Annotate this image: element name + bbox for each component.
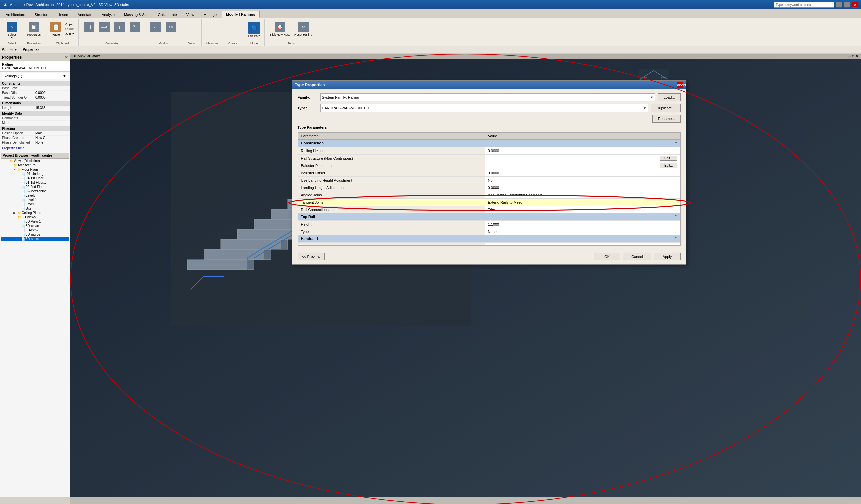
tree-item-3dstairs[interactable]: 📄 3D-stairs xyxy=(1,237,69,241)
tree-item-mezzanine[interactable]: 📄 02-Mezzanine xyxy=(1,189,69,193)
ok-button[interactable]: OK xyxy=(593,253,620,260)
ribbon-tabs: Architecture Structure Insert Annotate A… xyxy=(0,9,861,18)
tab-analyze[interactable]: Analyze xyxy=(97,11,119,18)
value-rail-connections[interactable]: Trim xyxy=(485,206,680,213)
title-bar-text: Autodesk Revit Architecture 2014 - youth… xyxy=(10,3,129,7)
tree-item-2ndfloor[interactable]: 📄 02-2nd Floo... xyxy=(1,185,69,189)
tab-view[interactable]: View xyxy=(182,11,199,18)
select-button[interactable]: ↖ Select ▼ xyxy=(5,21,19,40)
prop-design-option: Design Option Main xyxy=(0,131,70,136)
handrail1-header: Handrail 1 ⌃ xyxy=(298,235,680,243)
rail-structure-edit-button[interactable]: Edit... xyxy=(660,155,678,161)
duplicate-button[interactable]: Duplicate... xyxy=(651,104,681,112)
ribbon-group-tools: 🎯 Pick New Host ↩ Reset Railing Tools xyxy=(265,19,317,46)
properties-icon: 📋 xyxy=(29,22,39,32)
tab-insert[interactable]: Insert xyxy=(55,11,72,18)
title-bar-right: − □ ✕ xyxy=(774,2,858,8)
tab-annotate[interactable]: Annotate xyxy=(73,11,97,18)
paste-button[interactable]: 📋 Paste xyxy=(49,21,63,38)
value-angled-joins[interactable]: Add Vertical/Horizontal Segments xyxy=(485,191,680,199)
tree-item-level4[interactable]: 📄 Level 4 xyxy=(1,197,69,202)
trim-button[interactable]: ⌐ xyxy=(149,21,163,34)
tree-item-3dview1[interactable]: 📄 3D View 1 xyxy=(1,219,69,224)
identity-data-section: Identity Data xyxy=(0,111,70,116)
tree-item-level5[interactable]: 📄 Level 5 xyxy=(1,202,69,206)
close-button[interactable]: ✕ xyxy=(852,2,858,8)
baluster-placement-edit-button[interactable]: Edit... xyxy=(660,163,678,168)
value-landing-height[interactable]: 0.0000 xyxy=(485,184,680,191)
split-button[interactable]: ✂ xyxy=(164,21,178,34)
properties-group-buttons: 📋 Properties xyxy=(25,19,42,39)
params-table: Parameter Value Construction ⌃ xyxy=(298,133,681,246)
cancel-button[interactable]: Cancel xyxy=(623,253,651,260)
tree-item-architectural[interactable]: − 📁 Architectural xyxy=(1,163,69,167)
tree-item-3dmuros[interactable]: 📄 3D-muros xyxy=(1,232,69,237)
tools-group-label: Tools xyxy=(288,42,295,46)
maximize-button[interactable]: □ xyxy=(844,2,850,8)
tab-modify-railings[interactable]: Modify | Railings xyxy=(222,11,259,18)
construction-collapse-icon[interactable]: ⌃ xyxy=(674,141,678,146)
tree-item-b1[interactable]: 📄 -01-Under g... xyxy=(1,172,69,176)
family-select[interactable]: System Family: Railing ▼ xyxy=(320,93,655,101)
search-input[interactable] xyxy=(774,2,834,8)
load-button[interactable]: Load... xyxy=(658,93,681,101)
select-group-label: Select xyxy=(8,42,16,46)
rotate-button[interactable]: ↻ xyxy=(128,21,142,34)
edit-path-button[interactable]: 🔵 Edit Path xyxy=(246,21,262,39)
reset-railing-button[interactable]: ↩ Reset Railing xyxy=(292,21,314,38)
tree-item-level6[interactable]: 📄 Level6 xyxy=(1,193,69,197)
value-railing-height[interactable]: 0.0000 xyxy=(485,147,680,154)
properties-button[interactable]: 📋 Properties xyxy=(25,21,42,38)
value-use-landing[interactable]: No xyxy=(485,177,680,184)
cope-button[interactable]: Cope xyxy=(64,23,76,26)
value-top-rail-type[interactable]: None xyxy=(485,228,680,235)
mirror-button[interactable]: ◫ xyxy=(113,21,127,34)
project-browser: Project Browser - youth_centre − 📁 Views… xyxy=(0,151,70,504)
offset-icon: ⟺ xyxy=(99,22,110,32)
offset-button[interactable]: ⟺ xyxy=(97,21,111,34)
prop-phase-demolished: Phase Demolished None xyxy=(0,140,70,145)
tree-item-3dext2[interactable]: 📄 3D-ext-2 xyxy=(1,228,69,232)
tab-massing[interactable]: Massing & Site xyxy=(120,11,153,18)
top-rail-collapse-icon[interactable]: ⌃ xyxy=(674,215,678,219)
value-lateral-offset[interactable]: 0.0550 xyxy=(485,243,680,246)
handrail1-collapse-icon[interactable]: ⌃ xyxy=(674,237,678,241)
dropdown-arrow-icon: ▼ xyxy=(63,74,66,78)
preview-button[interactable]: << Preview xyxy=(298,253,325,260)
value-baluster-offset[interactable]: 0.0000 xyxy=(485,169,680,177)
dialog-close-button[interactable]: Cancel xyxy=(678,82,683,88)
minimize-button[interactable]: − xyxy=(836,2,842,8)
align-button[interactable]: ⊣ xyxy=(82,21,96,34)
rename-button[interactable]: Rename... xyxy=(652,115,681,123)
tree-item-floor-plans[interactable]: − 📁 Floor Plans xyxy=(1,167,69,172)
tree-item-3dclean[interactable]: 📄 3D-clean xyxy=(1,224,69,228)
pick-new-host-icon: 🎯 xyxy=(274,22,285,32)
handrail1-section-row: Handrail 1 ⌃ xyxy=(298,235,680,243)
properties-bar-label: Properties xyxy=(23,48,39,52)
value-tangent-joins[interactable]: Extend Rails to Meet xyxy=(485,199,680,206)
pick-new-host-button[interactable]: 🎯 Pick New Host xyxy=(268,21,291,38)
type-select[interactable]: HANDRAIL-WAL-MOUNTED ▼ xyxy=(320,104,648,112)
param-lateral-offset: Lateral Offset xyxy=(298,243,485,246)
join-button[interactable]: Join ▼ xyxy=(64,32,76,36)
tab-architecture[interactable]: Architecture xyxy=(1,11,30,18)
properties-help-link[interactable]: Properties help xyxy=(0,145,70,151)
tab-structure[interactable]: Structure xyxy=(30,11,54,18)
tab-collaborate[interactable]: Collaborate xyxy=(153,11,181,18)
tab-manage[interactable]: Manage xyxy=(199,11,221,18)
properties-dropdown[interactable]: Railings (1) ▼ xyxy=(2,73,68,79)
tree-item-1stfloor-2[interactable]: 📄 01-1st Floor... xyxy=(1,180,69,185)
tree-item-1stfloor-1[interactable]: 📄 01-1st Floor... xyxy=(1,176,69,180)
col-parameter: Parameter xyxy=(298,133,485,140)
tree-item-site[interactable]: 📄 Site xyxy=(1,206,69,211)
split-icon: ✂ xyxy=(165,22,176,32)
cut-button[interactable]: ✂ Cut xyxy=(64,27,76,31)
value-top-rail-height[interactable]: 1.1000 xyxy=(485,221,680,228)
properties-close-button[interactable]: ✕ xyxy=(65,55,68,59)
select-icon: ↖ xyxy=(7,22,17,32)
top-rail-section-row: Top Rail ⌃ xyxy=(298,213,680,221)
tree-item-3d-views[interactable]: − 📁 3D Views xyxy=(1,215,69,219)
tree-item-views-discipline[interactable]: − 📁 Views (Discipline) xyxy=(1,159,69,163)
tree-item-ceiling-plans[interactable]: ▶ 📁 Ceiling Plans xyxy=(1,211,69,215)
apply-button[interactable]: Apply xyxy=(654,253,681,260)
